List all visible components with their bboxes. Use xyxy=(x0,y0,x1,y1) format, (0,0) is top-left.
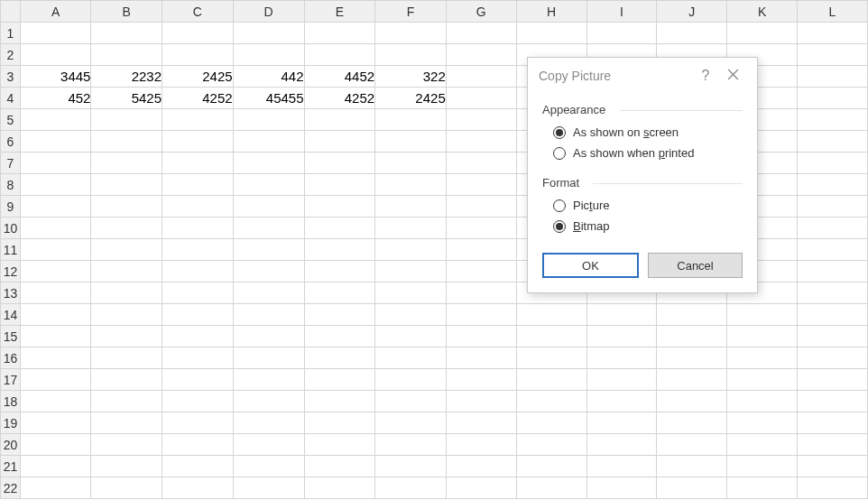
cell-C20[interactable] xyxy=(162,434,234,456)
cell-K21[interactable] xyxy=(727,456,798,477)
cell-E9[interactable] xyxy=(304,196,375,218)
cell-H17[interactable] xyxy=(516,369,586,391)
row-header-11[interactable]: 11 xyxy=(1,239,21,261)
cell-G6[interactable] xyxy=(446,131,516,153)
row-header-7[interactable]: 7 xyxy=(1,153,21,174)
cell-L6[interactable] xyxy=(798,131,868,153)
cell-L10[interactable] xyxy=(798,218,868,239)
cell-C10[interactable] xyxy=(162,218,234,239)
cell-E2[interactable] xyxy=(304,44,375,66)
cell-G7[interactable] xyxy=(446,153,516,174)
cell-I18[interactable] xyxy=(586,391,657,412)
cell-B20[interactable] xyxy=(91,434,162,456)
cell-C12[interactable] xyxy=(162,261,234,282)
cell-C4[interactable]: 4252 xyxy=(162,88,234,109)
row-header-4[interactable]: 4 xyxy=(1,88,21,109)
radio-picture[interactable]: Picture xyxy=(542,195,743,216)
cell-C15[interactable] xyxy=(162,326,234,347)
cell-C8[interactable] xyxy=(162,174,234,196)
cell-L16[interactable] xyxy=(798,347,868,369)
cell-B9[interactable] xyxy=(91,196,162,218)
cancel-button[interactable]: Cancel xyxy=(648,253,743,278)
radio-bitmap[interactable]: Bitmap xyxy=(542,216,743,236)
cell-B14[interactable] xyxy=(91,304,162,326)
cell-G17[interactable] xyxy=(446,369,516,391)
cell-F21[interactable] xyxy=(375,456,447,477)
cell-H21[interactable] xyxy=(516,456,586,477)
cell-D5[interactable] xyxy=(233,109,304,131)
cell-L22[interactable] xyxy=(798,477,868,499)
cell-B21[interactable] xyxy=(91,456,162,477)
cell-G10[interactable] xyxy=(446,218,516,239)
cell-F1[interactable] xyxy=(375,23,447,44)
cell-J17[interactable] xyxy=(657,369,727,391)
cell-B6[interactable] xyxy=(91,131,162,153)
cell-E6[interactable] xyxy=(304,131,375,153)
cell-J22[interactable] xyxy=(657,477,727,499)
cell-L17[interactable] xyxy=(798,369,868,391)
column-header-L[interactable]: L xyxy=(798,1,868,23)
cell-B12[interactable] xyxy=(91,261,162,282)
cell-A7[interactable] xyxy=(20,153,91,174)
cell-B1[interactable] xyxy=(91,23,162,44)
cell-E21[interactable] xyxy=(304,456,375,477)
cell-C16[interactable] xyxy=(162,347,234,369)
cell-E1[interactable] xyxy=(304,23,375,44)
cell-K14[interactable] xyxy=(727,304,798,326)
cell-B16[interactable] xyxy=(91,347,162,369)
radio-as-shown-on-screen[interactable]: As shown on screen xyxy=(542,122,743,143)
cell-K22[interactable] xyxy=(727,477,798,499)
cell-J18[interactable] xyxy=(657,391,727,412)
cell-A10[interactable] xyxy=(20,218,91,239)
row-header-16[interactable]: 16 xyxy=(1,347,21,369)
cell-J20[interactable] xyxy=(657,434,727,456)
cell-J21[interactable] xyxy=(657,456,727,477)
cell-I14[interactable] xyxy=(586,304,657,326)
row-header-8[interactable]: 8 xyxy=(1,174,21,196)
cell-D9[interactable] xyxy=(233,196,304,218)
cell-I19[interactable] xyxy=(586,412,657,434)
cell-A5[interactable] xyxy=(20,109,91,131)
cell-E15[interactable] xyxy=(304,326,375,347)
cell-G13[interactable] xyxy=(446,282,516,304)
cell-E20[interactable] xyxy=(304,434,375,456)
select-all-corner[interactable] xyxy=(1,1,21,23)
cell-L3[interactable] xyxy=(798,66,868,88)
cell-G14[interactable] xyxy=(446,304,516,326)
cell-C19[interactable] xyxy=(162,412,234,434)
cell-B5[interactable] xyxy=(91,109,162,131)
cell-C1[interactable] xyxy=(162,23,234,44)
cell-C17[interactable] xyxy=(162,369,234,391)
row-header-15[interactable]: 15 xyxy=(1,326,21,347)
cell-G16[interactable] xyxy=(446,347,516,369)
cell-F10[interactable] xyxy=(375,218,447,239)
cell-L8[interactable] xyxy=(798,174,868,196)
cell-G22[interactable] xyxy=(446,477,516,499)
cell-A13[interactable] xyxy=(20,282,91,304)
cell-H18[interactable] xyxy=(516,391,586,412)
cell-I20[interactable] xyxy=(586,434,657,456)
cell-I16[interactable] xyxy=(586,347,657,369)
column-header-A[interactable]: A xyxy=(20,1,91,23)
cell-B13[interactable] xyxy=(91,282,162,304)
cell-B18[interactable] xyxy=(91,391,162,412)
cell-A2[interactable] xyxy=(20,44,91,66)
row-header-5[interactable]: 5 xyxy=(1,109,21,131)
column-header-I[interactable]: I xyxy=(586,1,657,23)
cell-A9[interactable] xyxy=(20,196,91,218)
cell-E12[interactable] xyxy=(304,261,375,282)
help-icon[interactable]: ? xyxy=(692,68,719,84)
cell-A22[interactable] xyxy=(20,477,91,499)
cell-K15[interactable] xyxy=(727,326,798,347)
cell-E14[interactable] xyxy=(304,304,375,326)
cell-B2[interactable] xyxy=(91,44,162,66)
cell-A17[interactable] xyxy=(20,369,91,391)
cell-L18[interactable] xyxy=(798,391,868,412)
cell-F5[interactable] xyxy=(375,109,447,131)
cell-F14[interactable] xyxy=(375,304,447,326)
row-header-22[interactable]: 22 xyxy=(1,477,21,499)
column-header-H[interactable]: H xyxy=(516,1,586,23)
cell-F4[interactable]: 2425 xyxy=(375,88,447,109)
cell-H22[interactable] xyxy=(516,477,586,499)
row-header-13[interactable]: 13 xyxy=(1,282,21,304)
